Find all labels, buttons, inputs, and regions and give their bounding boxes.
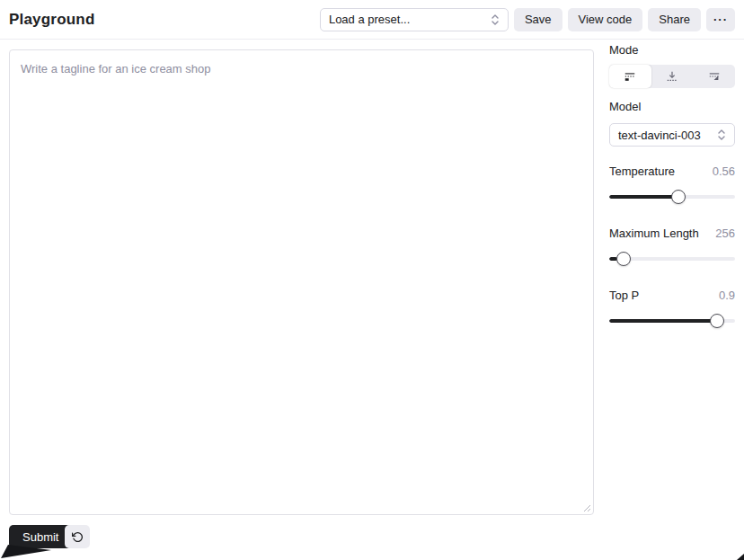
mode-complete-button[interactable]	[609, 65, 651, 88]
maximum-length-slider[interactable]	[609, 252, 735, 266]
temperature-slider[interactable]	[609, 190, 735, 204]
temperature-slider-thumb[interactable]	[671, 190, 686, 204]
header-actions: Load a preset... Save View code Share ··…	[320, 8, 735, 31]
maximum-length-label: Maximum Length	[609, 227, 699, 240]
complete-mode-icon	[624, 70, 636, 83]
mode-insert-button[interactable]	[651, 65, 694, 88]
undo-icon	[72, 531, 84, 543]
more-options-button[interactable]: ···	[706, 8, 735, 31]
model-select[interactable]: text-davinci-003	[609, 123, 735, 147]
view-code-button[interactable]: View code	[568, 8, 643, 31]
mode-segmented-control	[609, 65, 735, 88]
maximum-length-slider-thumb[interactable]	[616, 252, 631, 266]
maximum-length-value: 256	[715, 227, 735, 240]
playground-app: Playground Load a preset... Save View co…	[0, 0, 744, 560]
share-button[interactable]: Share	[648, 8, 701, 31]
undo-button[interactable]	[65, 525, 90, 548]
page-title: Playground	[9, 11, 95, 29]
temperature-value: 0.56	[713, 164, 735, 178]
mode-edit-button[interactable]	[693, 65, 735, 88]
ellipsis-icon: ···	[713, 13, 728, 26]
updown-chevron-icon	[491, 13, 500, 26]
model-label: Model	[609, 100, 735, 113]
corner-artifact	[737, 554, 744, 560]
preset-select[interactable]: Load a preset...	[320, 8, 509, 31]
edit-mode-icon	[708, 70, 721, 83]
model-select-value: text-davinci-003	[618, 129, 701, 142]
temperature-label: Temperature	[609, 164, 675, 178]
top-p-group: Top P 0.9	[609, 289, 735, 328]
settings-sidebar: Mode	[609, 43, 735, 351]
maximum-length-group: Maximum Length 256	[609, 227, 735, 266]
preset-select-value: Load a preset...	[329, 13, 410, 26]
top-p-value: 0.9	[719, 289, 735, 302]
top-p-label: Top P	[609, 289, 639, 302]
insert-mode-icon	[666, 70, 678, 83]
mode-label: Mode	[609, 43, 735, 57]
submit-button[interactable]: Submit	[9, 525, 72, 548]
save-button[interactable]: Save	[514, 8, 562, 31]
header: Playground Load a preset... Save View co…	[0, 0, 744, 40]
prompt-textarea[interactable]	[9, 49, 594, 515]
top-p-slider[interactable]	[609, 314, 735, 328]
updown-chevron-icon	[717, 129, 726, 141]
temperature-group: Temperature 0.56	[609, 164, 735, 204]
top-p-slider-thumb[interactable]	[710, 314, 724, 328]
